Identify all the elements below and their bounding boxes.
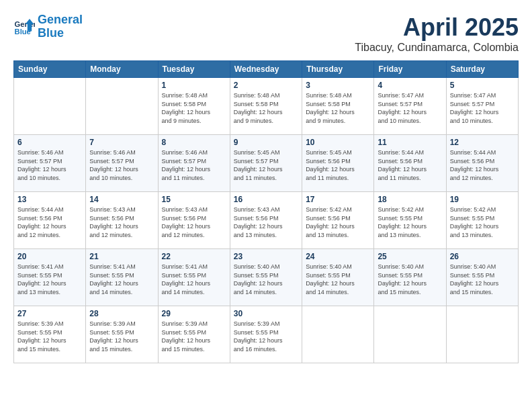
calendar-cell: [14, 78, 86, 135]
calendar-week-row: 13Sunrise: 5:44 AM Sunset: 5:56 PM Dayli…: [14, 192, 519, 249]
day-number: 2: [234, 81, 298, 90]
day-number: 24: [306, 252, 370, 261]
day-number: 27: [17, 309, 82, 318]
day-info: Sunrise: 5:42 AM Sunset: 5:56 PM Dayligh…: [306, 205, 370, 239]
calendar-week-row: 6Sunrise: 5:46 AM Sunset: 5:57 PM Daylig…: [14, 135, 519, 192]
day-info: Sunrise: 5:43 AM Sunset: 5:56 PM Dayligh…: [89, 205, 154, 239]
calendar-cell: 4Sunrise: 5:47 AM Sunset: 5:57 PM Daylig…: [374, 78, 446, 135]
day-info: Sunrise: 5:46 AM Sunset: 5:57 PM Dayligh…: [89, 148, 154, 182]
logo-line1: General: [38, 13, 83, 27]
day-number: 11: [378, 138, 442, 147]
day-info: Sunrise: 5:45 AM Sunset: 5:56 PM Dayligh…: [306, 148, 370, 182]
day-info: Sunrise: 5:45 AM Sunset: 5:57 PM Dayligh…: [234, 148, 298, 182]
calendar-cell: 11Sunrise: 5:44 AM Sunset: 5:56 PM Dayli…: [374, 135, 446, 192]
calendar-cell: 29Sunrise: 5:39 AM Sunset: 5:55 PM Dayli…: [158, 306, 230, 363]
calendar-cell: 13Sunrise: 5:44 AM Sunset: 5:56 PM Dayli…: [14, 192, 86, 249]
day-info: Sunrise: 5:40 AM Sunset: 5:55 PM Dayligh…: [378, 263, 442, 296]
day-info: Sunrise: 5:42 AM Sunset: 5:55 PM Dayligh…: [450, 205, 515, 239]
day-info: Sunrise: 5:40 AM Sunset: 5:55 PM Dayligh…: [306, 263, 370, 296]
calendar-cell: 7Sunrise: 5:46 AM Sunset: 5:57 PM Daylig…: [86, 135, 158, 192]
day-info: Sunrise: 5:47 AM Sunset: 5:57 PM Dayligh…: [450, 91, 515, 125]
day-number: 15: [162, 195, 226, 204]
calendar-table: SundayMondayTuesdayWednesdayThursdayFrid…: [13, 60, 519, 363]
day-info: Sunrise: 5:43 AM Sunset: 5:56 PM Dayligh…: [234, 205, 298, 239]
title-area: April 2025 Tibacuy, Cundinamarca, Colomb…: [355, 13, 519, 54]
calendar-cell: 26Sunrise: 5:40 AM Sunset: 5:55 PM Dayli…: [446, 249, 518, 306]
calendar-cell: 18Sunrise: 5:42 AM Sunset: 5:55 PM Dayli…: [374, 192, 446, 249]
calendar-cell: 12Sunrise: 5:44 AM Sunset: 5:56 PM Dayli…: [446, 135, 518, 192]
day-number: 29: [162, 309, 226, 318]
day-info: Sunrise: 5:41 AM Sunset: 5:55 PM Dayligh…: [89, 263, 154, 296]
weekday-header-saturday: Saturday: [446, 61, 518, 78]
day-number: 26: [450, 252, 515, 261]
day-number: 4: [378, 81, 442, 90]
calendar-cell: 15Sunrise: 5:43 AM Sunset: 5:56 PM Dayli…: [158, 192, 230, 249]
day-number: 10: [306, 138, 370, 147]
day-info: Sunrise: 5:46 AM Sunset: 5:57 PM Dayligh…: [17, 148, 82, 182]
weekday-header-friday: Friday: [374, 61, 446, 78]
day-info: Sunrise: 5:39 AM Sunset: 5:55 PM Dayligh…: [89, 320, 154, 353]
calendar-cell: 1Sunrise: 5:48 AM Sunset: 5:58 PM Daylig…: [158, 78, 230, 135]
calendar-week-row: 27Sunrise: 5:39 AM Sunset: 5:55 PM Dayli…: [14, 306, 519, 363]
calendar-cell: [374, 306, 446, 363]
day-number: 16: [234, 195, 298, 204]
logo-icon: General Blue: [13, 16, 35, 38]
day-number: 25: [378, 252, 442, 261]
calendar-cell: 22Sunrise: 5:41 AM Sunset: 5:55 PM Dayli…: [158, 249, 230, 306]
day-number: 18: [378, 195, 442, 204]
calendar-cell: 19Sunrise: 5:42 AM Sunset: 5:55 PM Dayli…: [446, 192, 518, 249]
calendar-cell: 23Sunrise: 5:40 AM Sunset: 5:55 PM Dayli…: [230, 249, 302, 306]
day-info: Sunrise: 5:42 AM Sunset: 5:55 PM Dayligh…: [378, 205, 442, 239]
calendar-cell: 20Sunrise: 5:41 AM Sunset: 5:55 PM Dayli…: [14, 249, 86, 306]
day-number: 14: [89, 195, 154, 204]
day-number: 9: [234, 138, 298, 147]
day-number: 22: [162, 252, 226, 261]
day-info: Sunrise: 5:43 AM Sunset: 5:56 PM Dayligh…: [162, 205, 226, 239]
calendar-cell: 24Sunrise: 5:40 AM Sunset: 5:55 PM Dayli…: [302, 249, 374, 306]
calendar-cell: 8Sunrise: 5:46 AM Sunset: 5:57 PM Daylig…: [158, 135, 230, 192]
calendar-cell: 9Sunrise: 5:45 AM Sunset: 5:57 PM Daylig…: [230, 135, 302, 192]
calendar-cell: 30Sunrise: 5:39 AM Sunset: 5:55 PM Dayli…: [230, 306, 302, 363]
month-title: April 2025: [355, 13, 519, 42]
day-info: Sunrise: 5:39 AM Sunset: 5:55 PM Dayligh…: [234, 320, 298, 353]
weekday-header-thursday: Thursday: [302, 61, 374, 78]
day-info: Sunrise: 5:44 AM Sunset: 5:56 PM Dayligh…: [378, 148, 442, 182]
day-number: 28: [89, 309, 154, 318]
logo: General Blue General Blue: [13, 13, 83, 40]
day-info: Sunrise: 5:47 AM Sunset: 5:57 PM Dayligh…: [378, 91, 442, 125]
calendar-cell: 16Sunrise: 5:43 AM Sunset: 5:56 PM Dayli…: [230, 192, 302, 249]
calendar-cell: 28Sunrise: 5:39 AM Sunset: 5:55 PM Dayli…: [86, 306, 158, 363]
page-header: General Blue General Blue April 2025 Tib…: [13, 13, 519, 54]
calendar-cell: 14Sunrise: 5:43 AM Sunset: 5:56 PM Dayli…: [86, 192, 158, 249]
day-number: 8: [162, 138, 226, 147]
weekday-header-sunday: Sunday: [14, 61, 86, 78]
day-number: 19: [450, 195, 515, 204]
day-info: Sunrise: 5:44 AM Sunset: 5:56 PM Dayligh…: [450, 148, 515, 182]
day-number: 7: [89, 138, 154, 147]
calendar-cell: [446, 306, 518, 363]
weekday-header-wednesday: Wednesday: [230, 61, 302, 78]
calendar-cell: 10Sunrise: 5:45 AM Sunset: 5:56 PM Dayli…: [302, 135, 374, 192]
day-info: Sunrise: 5:41 AM Sunset: 5:55 PM Dayligh…: [17, 263, 82, 296]
day-number: 17: [306, 195, 370, 204]
calendar-header-row: SundayMondayTuesdayWednesdayThursdayFrid…: [14, 61, 519, 78]
calendar-cell: 6Sunrise: 5:46 AM Sunset: 5:57 PM Daylig…: [14, 135, 86, 192]
day-number: 30: [234, 309, 298, 318]
day-info: Sunrise: 5:44 AM Sunset: 5:56 PM Dayligh…: [17, 205, 82, 239]
weekday-header-monday: Monday: [86, 61, 158, 78]
day-info: Sunrise: 5:41 AM Sunset: 5:55 PM Dayligh…: [162, 263, 226, 296]
calendar-cell: 5Sunrise: 5:47 AM Sunset: 5:57 PM Daylig…: [446, 78, 518, 135]
day-info: Sunrise: 5:48 AM Sunset: 5:58 PM Dayligh…: [306, 91, 370, 125]
logo-line2: Blue: [38, 27, 83, 40]
calendar-cell: 21Sunrise: 5:41 AM Sunset: 5:55 PM Dayli…: [86, 249, 158, 306]
calendar-week-row: 20Sunrise: 5:41 AM Sunset: 5:55 PM Dayli…: [14, 249, 519, 306]
day-number: 12: [450, 138, 515, 147]
calendar-cell: 3Sunrise: 5:48 AM Sunset: 5:58 PM Daylig…: [302, 78, 374, 135]
day-number: 13: [17, 195, 82, 204]
day-info: Sunrise: 5:40 AM Sunset: 5:55 PM Dayligh…: [450, 263, 515, 296]
day-info: Sunrise: 5:48 AM Sunset: 5:58 PM Dayligh…: [162, 91, 226, 125]
day-info: Sunrise: 5:39 AM Sunset: 5:55 PM Dayligh…: [162, 320, 226, 353]
day-info: Sunrise: 5:48 AM Sunset: 5:58 PM Dayligh…: [234, 91, 298, 125]
day-number: 5: [450, 81, 515, 90]
calendar-cell: 17Sunrise: 5:42 AM Sunset: 5:56 PM Dayli…: [302, 192, 374, 249]
